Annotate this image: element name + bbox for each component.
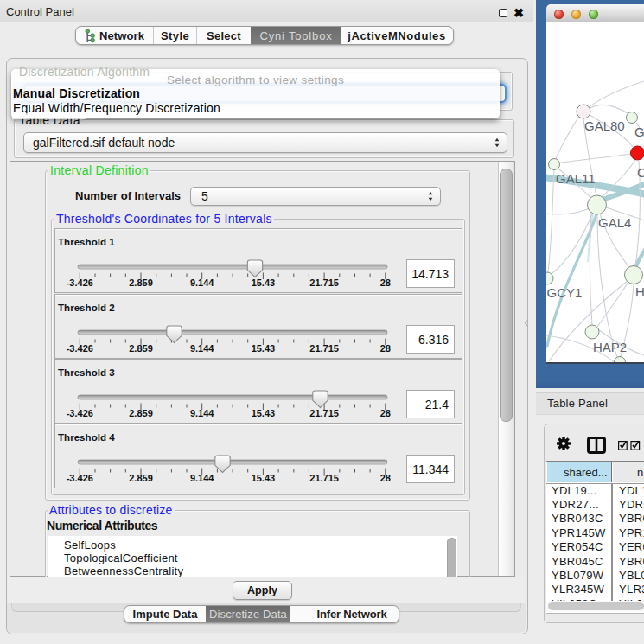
- svg-text:9.144: 9.144: [190, 408, 214, 418]
- svg-text:-3.426: -3.426: [67, 408, 93, 418]
- svg-text:2.859: 2.859: [129, 343, 153, 354]
- svg-text:9.144: 9.144: [190, 343, 214, 354]
- svg-text:2.859: 2.859: [129, 408, 153, 418]
- svg-text:15.43: 15.43: [252, 343, 276, 354]
- svg-text:HAP2: HAP2: [593, 340, 627, 354]
- svg-text:21.715: 21.715: [309, 473, 339, 483]
- svg-text:28: 28: [380, 343, 391, 354]
- svg-text:-3.426: -3.426: [67, 277, 93, 288]
- svg-text:G: G: [634, 124, 644, 139]
- svg-text:15.43: 15.43: [252, 277, 276, 288]
- svg-text:GAL4: GAL4: [598, 215, 631, 230]
- svg-text:GCY1: GCY1: [547, 285, 583, 300]
- svg-text:2.859: 2.859: [129, 277, 153, 288]
- svg-text:2.859: 2.859: [129, 473, 153, 483]
- svg-text:28: 28: [380, 408, 391, 418]
- svg-text:28: 28: [380, 277, 391, 288]
- svg-text:GAL80: GAL80: [584, 118, 625, 133]
- svg-text:21.715: 21.715: [309, 277, 339, 288]
- svg-text:-3.426: -3.426: [67, 473, 93, 483]
- svg-text:15.43: 15.43: [252, 473, 276, 483]
- svg-text:-3.426: -3.426: [67, 343, 93, 354]
- svg-text:9.144: 9.144: [190, 473, 214, 483]
- svg-text:15.43: 15.43: [252, 408, 276, 418]
- svg-text:21.715: 21.715: [309, 408, 339, 418]
- svg-text:C: C: [637, 165, 644, 180]
- svg-text:H: H: [635, 284, 644, 299]
- svg-text:21.715: 21.715: [309, 343, 339, 354]
- svg-text:9.144: 9.144: [190, 277, 214, 288]
- svg-text:28: 28: [380, 473, 391, 483]
- svg-text:GAL11: GAL11: [556, 171, 596, 186]
